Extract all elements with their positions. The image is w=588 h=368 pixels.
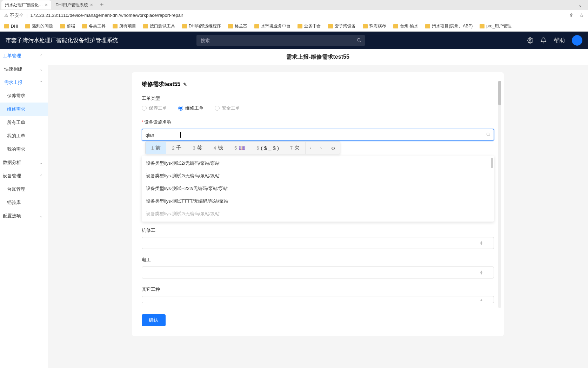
search-input[interactable] (196, 35, 365, 46)
ime-prev[interactable]: ‹ (305, 142, 315, 154)
ime-candidate[interactable]: 3签 (187, 142, 208, 154)
sidebar-subitem[interactable]: 我的需求 (0, 143, 48, 156)
sidebar-subitem[interactable]: 我的工单 (0, 129, 48, 143)
ime-candidate[interactable]: 6( $ _ $ ) (251, 142, 285, 154)
bookmark-item[interactable]: pro_用户管理 (480, 23, 512, 29)
radio-icon (178, 106, 183, 111)
share-icon[interactable]: ⇪ (569, 12, 574, 19)
bookmark-item[interactable]: DHI内部运维程序 (182, 23, 221, 29)
form-title: 维修需求test55 (142, 81, 180, 88)
app-title: 市套子湾污水处理厂智能化设备维护管理系统 (6, 37, 118, 44)
bookmark-item[interactable]: DHI (4, 24, 18, 29)
tab-title: DHI用户管理系统 (55, 2, 88, 8)
device-label: *设备设施名称 (142, 119, 494, 125)
radio-icon (215, 106, 220, 111)
other-label: 其它工种 (142, 286, 494, 293)
folder-icon (480, 24, 485, 28)
close-icon[interactable]: × (45, 2, 48, 8)
sidebar-item[interactable]: 需求上报⌃ (0, 76, 48, 89)
address-bar: ⚠ 不安全 | 172.23.21.33:1110/device-managem… (0, 10, 588, 21)
ime-candidate[interactable]: 4钱 (208, 142, 229, 154)
browser-tab[interactable]: DHI用户管理系统 × (52, 0, 96, 9)
sidebar-subitem[interactable]: 维修需求 (0, 103, 48, 116)
folder-icon (228, 24, 233, 28)
folder-icon (425, 24, 430, 28)
submit-button[interactable]: 确认 (142, 314, 166, 326)
dropdown-option[interactable]: 设备类型liys-测试2/无编码/泵站/泵站 (142, 170, 494, 182)
sidebar-subitem[interactable]: 经验库 (0, 196, 48, 209)
sidebar-item[interactable]: 数据分析⌄ (0, 156, 48, 169)
chevron-icon: ⌄ (40, 160, 43, 165)
help-link[interactable]: 帮助 (554, 37, 565, 44)
bell-icon[interactable] (540, 37, 547, 44)
sidebar-item[interactable]: 设备管理⌃ (0, 169, 48, 183)
scrollbar-thumb[interactable] (498, 81, 501, 105)
dropdown-option[interactable]: 设备类型liys-测试--222/无编码/泵站/泵站 (142, 182, 494, 195)
folder-icon (25, 24, 30, 28)
scrollbar-thumb[interactable] (491, 158, 493, 168)
star-icon[interactable]: ☆ (579, 12, 584, 19)
dropdown-option[interactable]: 设备类型liys-测试2/无编码/泵站/泵站 (142, 208, 494, 220)
bookmark-item[interactable]: 套子湾设备 (328, 23, 356, 29)
sidebar-item[interactable]: 工单管理⌃ (0, 49, 48, 63)
sidebar-subitem[interactable]: 台账管理 (0, 183, 48, 196)
folder-icon (328, 24, 333, 28)
folder-icon (298, 24, 302, 28)
ime-candidate[interactable]: 1前 (146, 142, 166, 154)
folder-icon (82, 24, 87, 28)
bookmark-item[interactable]: 污水项目(滨州、ABP) (425, 23, 473, 29)
ime-candidate[interactable]: 5💷 (229, 142, 251, 154)
url-field[interactable]: 172.23.21.33:1110/device-management-dhi/… (30, 13, 566, 18)
edit-icon[interactable]: ✎ (183, 82, 187, 87)
device-input[interactable] (142, 129, 494, 141)
ime-candidate[interactable]: 2千 (166, 142, 187, 154)
browser-tab[interactable]: 污水处理厂智能化… × (1, 0, 51, 9)
folder-icon (182, 24, 187, 28)
bookmark-item[interactable]: 珠海横琴 (363, 23, 386, 29)
folder-icon (254, 24, 259, 28)
bookmark-item[interactable]: 台州-输水 (393, 23, 418, 29)
other-select[interactable]: ▲ (142, 296, 494, 303)
radio-option[interactable]: 维修工单 (178, 105, 203, 111)
bookmark-item[interactable]: 遇到的问题 (25, 23, 53, 29)
folder-icon (363, 24, 368, 28)
bookmark-item[interactable]: 业务中台 (298, 23, 321, 29)
dropdown-option[interactable]: 设备类型liys-测试TTTT/无编码/泵站/泵站 (142, 195, 494, 208)
device-select[interactable]: 1前2千3签4钱5💷6( $ _ $ )7欠‹›☺ 设备类型liys-测试2/无… (142, 129, 494, 141)
svg-point-2 (529, 40, 531, 41)
sidebar-subitem[interactable]: 保养需求 (0, 89, 48, 103)
bookmark-item[interactable]: 前端 (60, 23, 75, 29)
radio-group: 保养工单维修工单安全工单 (142, 105, 494, 111)
search-icon[interactable] (356, 38, 361, 42)
tabs-dropdown-icon[interactable]: ⌄ (573, 2, 588, 8)
close-icon[interactable]: × (90, 2, 93, 8)
ime-next[interactable]: › (316, 142, 326, 154)
mechanic-select[interactable]: ▲▼ (142, 237, 494, 249)
bookmark-item[interactable]: 各类工具 (82, 23, 106, 29)
global-search[interactable] (196, 35, 365, 46)
sidebar-subitem[interactable]: 所有工单 (0, 116, 48, 129)
gear-icon[interactable] (527, 37, 533, 44)
folder-icon (4, 24, 9, 28)
bookmark-item[interactable]: 格兰富 (228, 23, 247, 29)
insecure-badge[interactable]: ⚠ 不安全 (4, 12, 24, 19)
sidebar-item[interactable]: 配置选项⌄ (0, 209, 48, 223)
svg-point-0 (357, 38, 360, 41)
tab-title: 污水处理厂智能化… (5, 2, 43, 8)
ime-candidate[interactable]: 7欠 (285, 142, 305, 154)
avatar[interactable] (572, 35, 582, 46)
bookmark-item[interactable]: 接口测试工具 (143, 23, 175, 29)
dropdown-option[interactable]: 设备类型liys-测试2/无编码/泵站/泵站 (142, 157, 494, 170)
chevron-icon: ⌃ (40, 54, 43, 58)
sidebar-item[interactable]: 快速创建⌄ (0, 63, 48, 76)
ime-emoji[interactable]: ☺ (326, 142, 340, 154)
type-label: 工单类型 (142, 95, 494, 101)
bookmark-item[interactable]: 水环境业务中台 (254, 23, 290, 29)
bookmark-item[interactable]: 所有项目 (113, 23, 136, 29)
electrician-label: 电工 (142, 257, 494, 263)
electrician-select[interactable]: ▲▼ (142, 267, 494, 278)
ime-candidate-bar[interactable]: 1前2千3签4钱5💷6( $ _ $ )7欠‹›☺ (145, 142, 340, 154)
autocomplete-dropdown: 设备类型liys-测试2/无编码/泵站/泵站设备类型liys-测试2/无编码/泵… (142, 156, 494, 222)
search-icon (486, 132, 490, 137)
new-tab-button[interactable]: + (97, 1, 107, 9)
